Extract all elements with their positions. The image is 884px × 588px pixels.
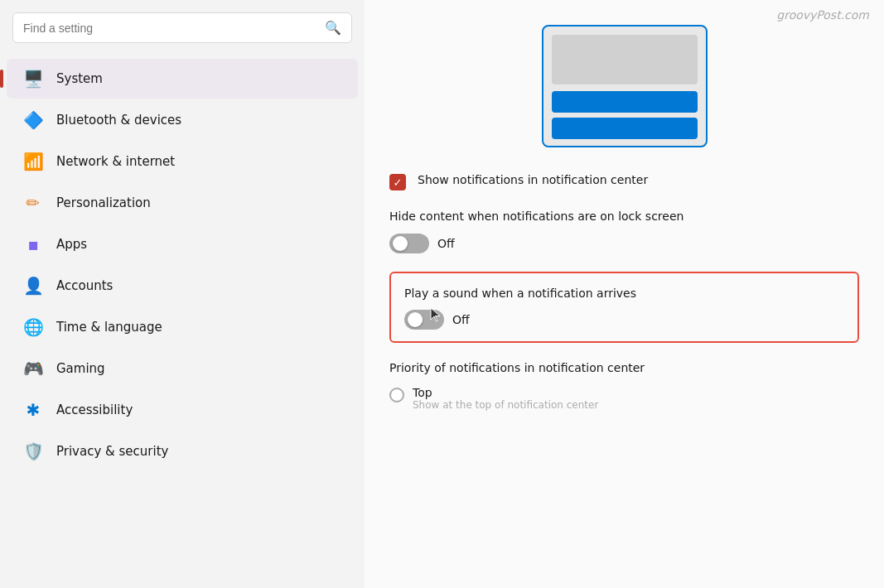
priority-top-radio[interactable] [389, 388, 404, 402]
play-sound-toggle[interactable] [404, 310, 444, 330]
preview-top-area [552, 35, 698, 84]
accounts-icon: 👤 [22, 274, 45, 297]
hide-content-row: Hide content when notifications are on l… [389, 209, 859, 253]
hide-content-toggle[interactable] [389, 234, 429, 253]
sidebar-item-accounts-label: Accounts [56, 278, 113, 293]
priority-section: Priority of notifications in notificatio… [389, 361, 859, 411]
apps-icon: ▪️ [22, 233, 45, 256]
watermark-text: groovyPost.com [776, 8, 869, 22]
sidebar-item-time[interactable]: 🌐 Time & language [7, 307, 358, 347]
preview-bar-2 [552, 118, 698, 139]
sidebar-item-apps-label: Apps [56, 237, 87, 252]
priority-top-label: Top [413, 386, 598, 399]
sidebar-item-apps[interactable]: ▪️ Apps [7, 224, 358, 264]
sidebar: 🔍 🖥️ System 🔷 Bluetooth & devices 📶 Netw… [0, 0, 365, 588]
sidebar-item-personalization[interactable]: ✏️ Personalization [7, 183, 358, 223]
play-sound-toggle-label: Off [452, 313, 470, 326]
priority-label: Priority of notifications in notificatio… [389, 361, 859, 374]
sidebar-item-time-label: Time & language [56, 320, 162, 335]
priority-top-row: Top Show at the top of notification cent… [389, 386, 859, 411]
hide-content-label: Hide content when notifications are on l… [389, 209, 859, 225]
sidebar-item-accessibility[interactable]: ✱ Accessibility [7, 390, 358, 430]
sidebar-item-network-label: Network & internet [56, 154, 175, 169]
hide-content-toggle-knob [393, 236, 408, 251]
play-sound-toggle-knob [408, 312, 423, 327]
preview-bar-1 [552, 91, 698, 113]
play-sound-highlight-box: Play a sound when a notification arrives… [389, 272, 859, 343]
network-icon: 📶 [22, 150, 45, 173]
monitor-icon: 🖥️ [22, 67, 45, 90]
sidebar-item-accessibility-label: Accessibility [56, 402, 133, 417]
hide-content-toggle-row: Off [389, 234, 859, 253]
play-sound-label: Play a sound when a notification arrives [404, 287, 844, 300]
gaming-icon: 🎮 [22, 357, 45, 380]
bluetooth-icon: 🔷 [22, 108, 45, 132]
show-notifications-label: Show notifications in notification cente… [418, 172, 859, 189]
sidebar-item-system-label: System [56, 71, 103, 86]
notification-preview [389, 25, 859, 147]
play-sound-toggle-row: Off [404, 310, 844, 330]
sidebar-item-gaming[interactable]: 🎮 Gaming [7, 349, 358, 388]
sidebar-item-accounts[interactable]: 👤 Accounts [7, 266, 358, 306]
sidebar-item-privacy-label: Privacy & security [56, 444, 168, 459]
main-content: groovyPost.com [365, 0, 884, 588]
preview-illustration [542, 25, 708, 147]
sidebar-item-personalization-label: Personalization [56, 195, 151, 210]
sidebar-item-bluetooth-label: Bluetooth & devices [56, 113, 181, 128]
personalization-icon: ✏️ [22, 191, 45, 214]
search-bar[interactable]: 🔍 [12, 12, 352, 43]
priority-top-text-block: Top Show at the top of notification cent… [413, 386, 598, 411]
show-notifications-row: ✓ Show notifications in notification cen… [389, 172, 859, 190]
sidebar-item-gaming-label: Gaming [56, 361, 105, 376]
accessibility-icon: ✱ [22, 398, 45, 422]
show-notifications-checkbox[interactable]: ✓ [389, 174, 406, 190]
sidebar-item-privacy[interactable]: 🛡️ Privacy & security [7, 431, 358, 471]
time-icon: 🌐 [22, 316, 45, 339]
cursor-icon [429, 306, 444, 325]
priority-top-sublabel: Show at the top of notification center [413, 399, 598, 411]
privacy-icon: 🛡️ [22, 440, 45, 463]
search-icon: 🔍 [325, 20, 341, 36]
sidebar-item-network[interactable]: 📶 Network & internet [7, 142, 358, 181]
sidebar-item-bluetooth[interactable]: 🔷 Bluetooth & devices [7, 100, 358, 140]
sidebar-item-system[interactable]: 🖥️ System [7, 59, 358, 99]
search-input[interactable] [23, 22, 318, 35]
hide-content-toggle-label: Off [437, 237, 455, 250]
